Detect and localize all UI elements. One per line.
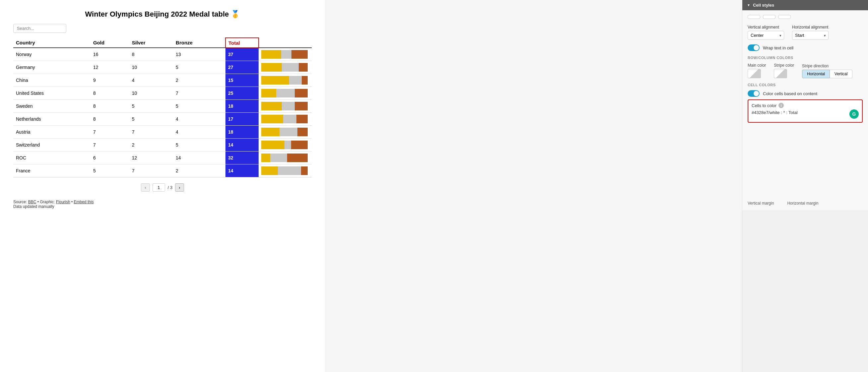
sidebar-body: Vertical alignment Center Top Bottom Hor…: [742, 10, 868, 210]
top-btn-1[interactable]: [748, 15, 760, 19]
top-btn-3[interactable]: [778, 15, 791, 19]
cell-bronze: 5: [173, 61, 225, 74]
bar-chart: [261, 154, 308, 162]
wrap-text-label: Wrap text in cell: [763, 45, 794, 51]
col-header-bronze: Bronze: [173, 38, 225, 48]
stripe-color-swatch[interactable]: [774, 69, 787, 78]
cell-bar: [258, 138, 312, 152]
graphic-label: Graphic:: [40, 199, 55, 204]
bar-gold: [261, 115, 283, 123]
stripe-direction-group: Stripe direction Horizontal Vertical: [802, 64, 852, 78]
stripe-direction-label: Stripe direction: [802, 64, 852, 68]
bar-gold: [261, 154, 270, 162]
col-header-bar: [258, 38, 312, 48]
cell-silver: 10: [129, 87, 173, 100]
bar-bronze: [291, 50, 308, 59]
wrap-text-toggle[interactable]: [748, 44, 760, 51]
col-header-gold: Gold: [91, 38, 129, 48]
bar-gold: [261, 50, 281, 59]
graphic-link[interactable]: Flourish: [56, 199, 70, 204]
bar-gold: [261, 141, 284, 149]
embed-link[interactable]: Embed this: [74, 199, 94, 204]
vertical-alignment-label: Vertical alignment: [748, 25, 784, 30]
prev-page-button[interactable]: ‹: [141, 183, 150, 192]
col-header-silver: Silver: [129, 38, 173, 48]
cell-bar: [258, 113, 312, 126]
table-row: France 5 7 2 14: [13, 164, 312, 177]
data-note: Data updated manually: [13, 204, 54, 209]
cells-to-color-header: Cells to color i: [752, 103, 859, 108]
sidebar-header: ▼ Cell styles: [742, 0, 868, 10]
bar-gold: [261, 89, 276, 97]
cell-bronze: 2: [173, 164, 225, 177]
bar-silver: [282, 63, 299, 72]
cell-country: ROC: [13, 152, 91, 164]
cell-total: 14: [225, 164, 258, 177]
cell-bar: [258, 164, 312, 177]
cell-bronze: 4: [173, 113, 225, 126]
horizontal-margin-group: Horizontal margin: [787, 200, 818, 206]
bar-bronze: [295, 89, 308, 97]
bar-bronze: [295, 102, 308, 111]
vertical-margin-group: Vertical margin: [748, 200, 774, 206]
horizontal-alignment-group: Horizontal alignment Start Center End: [792, 25, 829, 40]
search-input[interactable]: [13, 24, 66, 33]
cell-total: 32: [225, 152, 258, 164]
cell-bar: [258, 61, 312, 74]
top-btn-2[interactable]: [763, 15, 775, 19]
cell-country: France: [13, 164, 91, 177]
data-table: Country Gold Silver Bronze Total Norway …: [13, 37, 312, 177]
cell-gold: 5: [91, 164, 129, 177]
bar-chart: [261, 50, 308, 59]
bar-silver: [279, 128, 298, 136]
cell-gold: 12: [91, 61, 129, 74]
main-color-label: Main color: [748, 63, 766, 68]
bar-bronze: [299, 63, 308, 72]
bar-gold: [261, 76, 289, 85]
cell-total: 25: [225, 87, 258, 100]
sidebar-chevron-icon: ▼: [747, 3, 750, 7]
bar-chart: [261, 141, 308, 149]
stripe-horizontal-button[interactable]: Horizontal: [802, 70, 830, 78]
bar-bronze: [298, 128, 308, 136]
horizontal-alignment-select[interactable]: Start Center End: [792, 31, 829, 40]
grammarly-icon: G: [849, 110, 859, 119]
sidebar-title: Cell styles: [753, 3, 774, 8]
cell-bronze: 7: [173, 87, 225, 100]
vertical-alignment-select[interactable]: Center Top Bottom: [748, 31, 784, 40]
col-header-country: Country: [13, 38, 91, 48]
stripe-vertical-button[interactable]: Vertical: [830, 70, 852, 78]
cell-bronze: 14: [173, 152, 225, 164]
cell-silver: 12: [129, 152, 173, 164]
bar-gold: [261, 63, 282, 72]
table-row: Netherlands 8 5 4 17: [13, 113, 312, 126]
source-link[interactable]: BBC: [28, 199, 36, 204]
vertical-alignment-group: Vertical alignment Center Top Bottom: [748, 25, 784, 40]
footer: Source: BBC • Graphic: Flourish • Embed …: [13, 199, 312, 209]
main-color-swatch[interactable]: [748, 69, 761, 78]
info-icon[interactable]: i: [778, 103, 784, 108]
cell-total: 17: [225, 113, 258, 126]
cell-gold: 9: [91, 74, 129, 87]
cell-country: United States: [13, 87, 91, 100]
page-number-input[interactable]: [153, 183, 165, 192]
bar-silver: [284, 141, 291, 149]
cell-bar: [258, 87, 312, 100]
bar-chart: [261, 166, 308, 175]
chart-title: Winter Olympics Beijing 2022 Medal table…: [13, 10, 312, 19]
cell-gold: 6: [91, 152, 129, 164]
stripe-color-label: Stripe color: [774, 63, 794, 68]
bar-silver: [278, 166, 301, 175]
cell-bar: [258, 126, 312, 138]
cell-country: Switzerland: [13, 138, 91, 152]
source-label: Source:: [13, 199, 27, 204]
color-cells-label: Color cells based on content: [763, 91, 817, 96]
bar-chart: [261, 89, 308, 97]
cell-colors-section: CELL COLORS Color cells based on content…: [748, 83, 863, 123]
bar-silver: [276, 89, 295, 97]
main-color-group: Main color: [748, 63, 766, 78]
table-row: Austria 7 7 4 18: [13, 126, 312, 138]
next-page-button[interactable]: ›: [175, 183, 184, 192]
cell-bronze: 13: [173, 48, 225, 61]
color-cells-toggle[interactable]: [748, 90, 760, 97]
